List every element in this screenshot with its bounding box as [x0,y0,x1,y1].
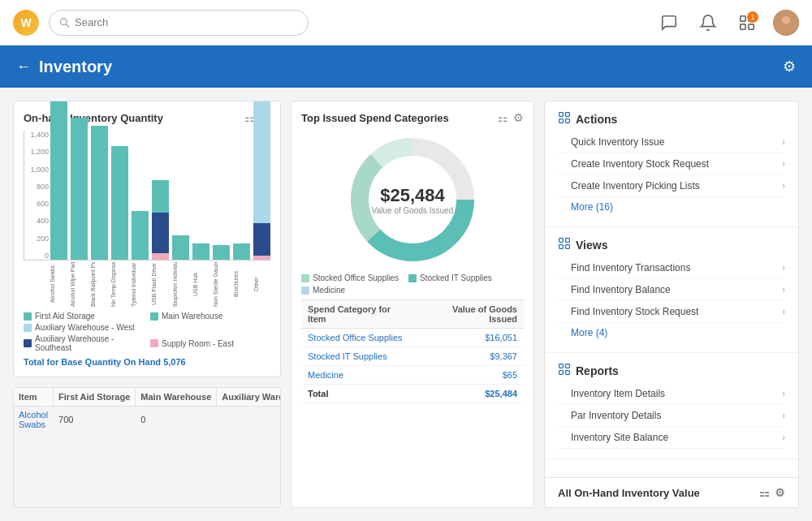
cell-main-wh: 0 [136,407,217,433]
right-panel: Actions Quick Inventory Issue › Create I… [544,101,799,508]
spend-row-1: Stocked Office Supplies $16,051 [301,329,524,347]
chart-icon3[interactable]: ⚏ [759,486,770,499]
donut-center: $25,484 Value of Goods Issued [372,185,453,215]
legend-supply-room: Supply Room - East [150,334,270,352]
spend-col1: Spend Category for Item [301,300,417,329]
settings-button[interactable]: ⚙ [783,58,796,75]
top-nav: W 1 [0,0,812,45]
legend-medicine: Medicine [301,286,345,295]
spend-val-1: $16,051 [417,329,524,347]
svg-rect-4 [741,24,745,28]
views-title-row: Views [558,237,785,252]
chat-icon [660,14,678,32]
inventory-table: Item First Aid Storage Main Warehouse Au… [14,388,281,433]
avatar-img [773,10,799,36]
view-stock-request[interactable]: Find Inventory Stock Request › [558,301,785,323]
spend-row-total: Total $25,484 [301,385,524,403]
avatar[interactable] [773,10,799,36]
chevron-icon: › [782,136,785,148]
report-item-details[interactable]: Inventory Item Details › [558,383,785,405]
legend-first-aid: First Aid Storage [24,312,144,321]
action-quick-issue[interactable]: Quick Inventory Issue › [558,131,785,153]
actions-more[interactable]: More (16) [558,197,785,217]
action-stock-request[interactable]: Create Inventory Stock Request › [558,153,785,175]
svg-rect-2 [741,15,745,20]
on-hand-card: On-hand Inventory Quantity ⚏ ⚙ 1,400 1,2… [13,101,281,377]
reports-title-row: Reports [558,363,785,378]
bar-group [192,243,209,260]
views-section: Views Find Inventory Transactions › Find… [545,227,798,353]
bell-button[interactable] [695,10,721,36]
spend-cat-2[interactable]: Stocked IT Supplies [301,347,417,366]
spend-cat-3[interactable]: Medicine [301,366,417,385]
reports-icon [558,363,571,378]
search-icon [59,17,70,28]
settings-icon3[interactable]: ⚙ [775,486,785,499]
legend-main-warehouse: Main Warehouse [150,312,270,321]
bell-icon [699,14,717,32]
actions-section: Actions Quick Inventory Issue › Create I… [545,101,798,227]
main-content: On-hand Inventory Quantity ⚏ ⚙ 1,400 1,2… [0,88,812,521]
middle-panel: Top Issued Spend Categories ⚏ ⚙ [291,101,534,508]
svg-rect-16 [559,239,564,243]
report-site-balance[interactable]: Inventory Site Balance › [558,427,785,449]
view-transactions[interactable]: Find Inventory Transactions › [558,257,785,279]
cell-aux-west [217,407,281,433]
chart-legend: First Aid Storage Main Warehouse Auxilia… [24,312,270,352]
svg-rect-22 [559,371,564,375]
page-title: Inventory [39,58,112,76]
spend-cat-1[interactable]: Stocked Office Supplies [301,329,417,347]
bar-group [213,245,230,260]
svg-rect-17 [566,239,570,243]
on-hand-title: On-hand Inventory Quantity [24,112,163,124]
notification-badge: 1 [747,11,758,23]
bottom-title: All On-Hand Inventory Value [558,487,700,499]
svg-rect-5 [749,24,754,28]
action-picking-lists[interactable]: Create Inventory Picking Lists › [558,175,785,197]
views-label: Views [576,239,607,252]
spend-table: Spend Category for Item Value of Goods I… [301,299,524,403]
spend-total-val: $25,484 [417,385,524,403]
back-button[interactable]: ← [16,58,31,75]
svg-rect-19 [566,245,570,249]
bar-group [253,101,270,260]
svg-point-0 [60,18,67,24]
svg-rect-15 [566,119,570,123]
spend-val-2: $9,367 [417,347,524,366]
view-balance[interactable]: Find Inventory Balance › [558,279,785,301]
spend-val-3: $65 [417,366,524,385]
top-issued-title: Top Issued Spend Categories [301,112,449,124]
nav-icons: 1 [656,10,799,36]
legend-aux-se: Auxiliary Warehouse - Southeast [24,334,144,352]
item-link[interactable]: Alcohol Swabs [14,407,54,433]
chart-icon2[interactable]: ⚏ [498,111,508,124]
legend-it-supplies: Stocked IT Supplies [408,273,492,282]
chevron-icon: › [782,432,785,443]
views-more[interactable]: More (4) [558,323,785,342]
chat-button[interactable] [656,10,682,36]
left-panel: On-hand Inventory Quantity ⚏ ⚙ 1,400 1,2… [13,101,281,508]
col-first-aid: First Aid Storage [54,388,136,407]
donut-amount: $25,484 [372,185,453,206]
settings-icon2[interactable]: ⚙ [513,111,524,124]
search-bar[interactable] [49,10,309,36]
col-main-wh: Main Warehouse [136,388,217,407]
bar-group [91,126,108,260]
mid-legend: Stocked Office Supplies Stocked IT Suppl… [301,273,524,295]
inv-table: Item First Aid Storage Main Warehouse Au… [13,387,281,508]
bar-group [71,118,88,260]
svg-rect-18 [559,245,564,249]
grid-button[interactable]: 1 [734,10,760,36]
chevron-icon: › [782,180,785,192]
spend-row-2: Stocked IT Supplies $9,367 [301,347,524,366]
svg-rect-14 [559,119,564,123]
search-input[interactable] [75,16,298,28]
report-par[interactable]: Par Inventory Details › [558,405,785,427]
bottom-icons: ⚏ ⚙ [759,486,785,499]
svg-rect-23 [566,371,570,375]
cell-first-aid: 700 [54,407,136,433]
table-row: Alcohol Swabs 700 0 [14,407,281,433]
svg-point-7 [782,16,790,24]
chevron-icon: › [782,262,785,273]
bar-chart: 1,400 1,200 1,000 800 600 400 200 0 [24,131,270,260]
